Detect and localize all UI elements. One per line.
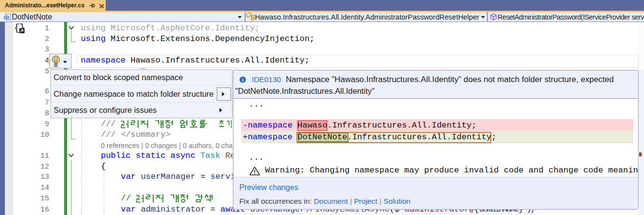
svg-text:i: i (242, 77, 244, 83)
